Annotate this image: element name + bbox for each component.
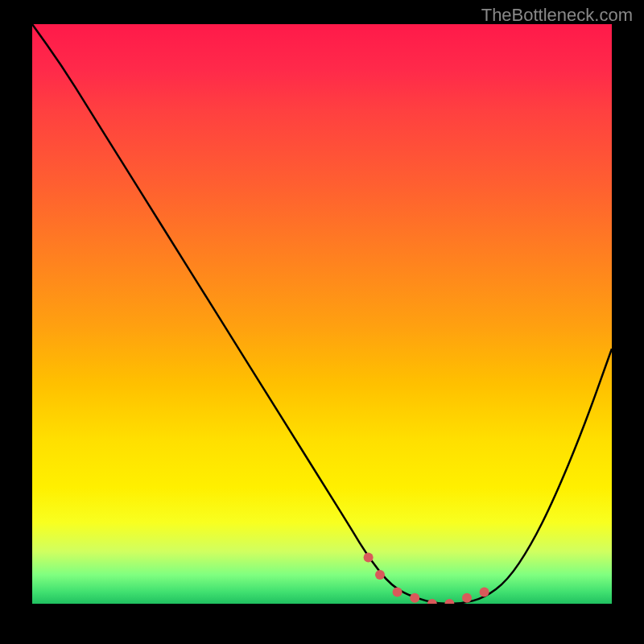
chart-svg <box>32 24 612 604</box>
optimal-marker-dot <box>410 593 419 603</box>
optimal-marker-dot <box>462 593 472 603</box>
optimal-range-markers <box>364 552 489 604</box>
optimal-marker-dot <box>393 588 402 597</box>
chart-plot-area <box>32 24 612 604</box>
optimal-marker-dot <box>364 552 374 562</box>
optimal-marker-dot <box>444 599 454 604</box>
bottleneck-curve-line <box>32 24 612 604</box>
optimal-marker-dot <box>427 599 437 604</box>
watermark-text: TheBottleneck.com <box>481 5 633 26</box>
optimal-marker-dot <box>480 588 489 597</box>
optimal-marker-dot <box>375 570 385 580</box>
